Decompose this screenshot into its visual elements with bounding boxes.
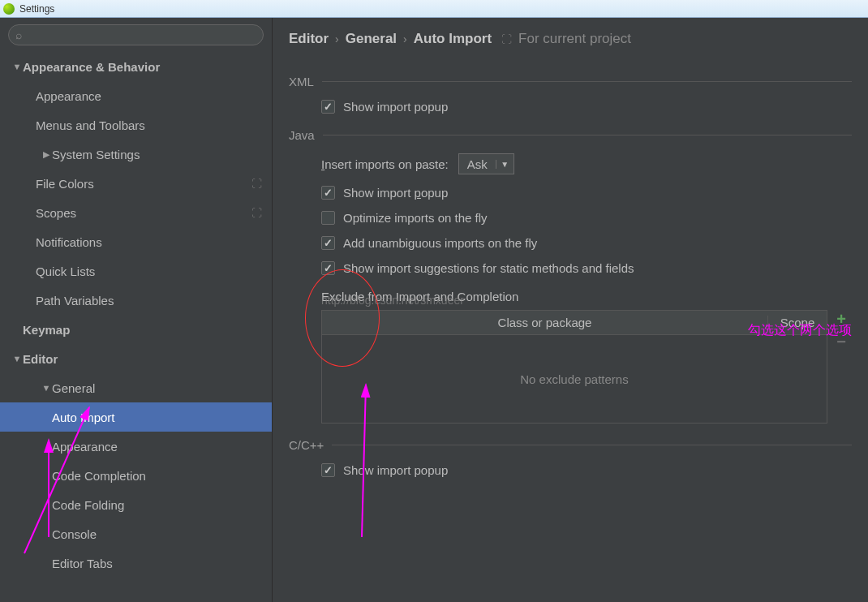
sidebar-item-label: Quick Lists [36, 264, 272, 278]
sidebar-item-label: Appearance [36, 89, 272, 103]
sidebar-item-keymap[interactable]: Keymap [0, 315, 272, 344]
sidebar-item-code-completion[interactable]: Code Completion [0, 461, 272, 490]
ccpp-show-popup-checkbox[interactable] [321, 463, 335, 477]
add-exclude-button[interactable]: + [832, 310, 850, 328]
chevron-right-icon: › [403, 32, 407, 45]
java-show-popup-checkbox[interactable] [321, 186, 335, 200]
breadcrumb-general: General [346, 31, 397, 47]
sidebar-item-label: General [52, 381, 272, 395]
dropdown-arrow-icon: ▼ [496, 160, 513, 169]
java-unambiguous-label: Add unambiguous imports on the fly [343, 236, 537, 250]
project-scope-icon: ⛶ [501, 33, 512, 45]
insert-imports-select[interactable]: Ask ▼ [458, 153, 514, 174]
sidebar-item-label: Console [52, 527, 272, 541]
col-scope-header[interactable]: Scope [768, 316, 827, 329]
xml-show-popup-checkbox[interactable] [321, 100, 335, 114]
window-title: Settings [19, 3, 54, 15]
chevron-down-icon: ▼ [41, 383, 52, 393]
sidebar-item-label: Code Completion [52, 469, 272, 483]
project-scope-icon: ⛶ [251, 178, 262, 190]
sidebar-item-editor-tabs[interactable]: Editor Tabs [0, 548, 272, 578]
sidebar-item-appearance[interactable]: Appearance [0, 432, 272, 461]
sidebar-item-label: Editor [23, 352, 272, 366]
sidebar-item-label: File Colors [36, 177, 251, 191]
java-suggestions-checkbox[interactable] [321, 261, 335, 275]
sidebar-item-label: Path Variables [36, 294, 272, 307]
app-icon [3, 3, 15, 15]
project-scope-label: For current project [518, 31, 631, 47]
chevron-down-icon: ▼ [11, 62, 23, 71]
exclude-title: Exclude from Import and Completion [321, 290, 852, 303]
search-icon: ⌕ [15, 28, 22, 41]
sidebar-item-label: Appearance & Behavior [23, 60, 272, 74]
breadcrumb-autoimport: Auto Import [414, 31, 492, 47]
sidebar-item-auto-import[interactable]: Auto Import [0, 402, 272, 432]
remove-exclude-button[interactable]: − [832, 333, 850, 350]
window-title-bar: Settings [0, 0, 868, 18]
chevron-right-icon: › [335, 32, 339, 45]
sidebar-item-system-settings[interactable]: ▶System Settings [0, 140, 272, 169]
sidebar-item-label: Code Folding [52, 498, 272, 512]
sidebar-item-notifications[interactable]: Notifications [0, 227, 272, 256]
sidebar-item-path-variables[interactable]: Path Variables [0, 286, 272, 315]
sidebar-item-label: Notifications [36, 235, 272, 249]
insert-imports-label: Insert imports on paste: [321, 157, 449, 171]
settings-content: Editor › General › Auto Import ⛶ For cur… [273, 18, 868, 602]
sidebar-item-appearance[interactable]: Appearance [0, 81, 272, 110]
col-class-header[interactable]: Class or package [322, 316, 768, 329]
java-optimize-label: Optimize imports on the fly [343, 211, 488, 225]
settings-tree: ▼Appearance & BehaviorAppearanceMenus an… [0, 52, 272, 578]
sidebar-item-editor[interactable]: ▼Editor [0, 344, 272, 373]
sidebar-item-label: Editor Tabs [52, 557, 272, 570]
sidebar-item-file-colors[interactable]: File Colors⛶ [0, 169, 272, 198]
sidebar-item-code-folding[interactable]: Code Folding [0, 490, 272, 519]
java-show-popup-label: Show import popup [343, 186, 448, 200]
xml-show-popup-label: Show import popup [343, 100, 448, 114]
section-ccpp: C/C++ [289, 438, 852, 452]
project-scope-icon: ⛶ [251, 207, 262, 219]
sidebar-item-appearance-behavior[interactable]: ▼Appearance & Behavior [0, 52, 272, 81]
sidebar-item-general[interactable]: ▼General [0, 373, 272, 402]
section-xml: XML [289, 75, 852, 88]
java-suggestions-label: Show import suggestions for static metho… [343, 261, 634, 275]
sidebar-item-label: Auto Import [52, 411, 272, 424]
sidebar-item-label: Appearance [52, 440, 272, 454]
sidebar-item-scopes[interactable]: Scopes⛶ [0, 198, 272, 227]
sidebar-item-quick-lists[interactable]: Quick Lists [0, 256, 272, 286]
section-java: Java [289, 128, 852, 142]
java-unambiguous-checkbox[interactable] [321, 236, 335, 250]
search-input[interactable] [8, 24, 264, 45]
breadcrumb-editor: Editor [289, 31, 329, 47]
chevron-right-icon: ▶ [41, 149, 52, 160]
sidebar-item-label: Keymap [23, 323, 272, 337]
chevron-down-icon: ▼ [11, 354, 23, 363]
exclude-table: Class or package Scope No exclude patter… [321, 310, 827, 424]
ccpp-show-popup-label: Show import popup [343, 463, 448, 477]
java-optimize-checkbox[interactable] [321, 211, 335, 225]
settings-sidebar: ⌕ ▼Appearance & BehaviorAppearanceMenus … [0, 18, 273, 602]
sidebar-item-label: Menus and Toolbars [36, 118, 272, 132]
sidebar-item-label: Scopes [36, 206, 251, 220]
breadcrumb: Editor › General › Auto Import ⛶ For cur… [289, 18, 852, 60]
sidebar-item-label: System Settings [52, 148, 272, 161]
sidebar-item-console[interactable]: Console [0, 519, 272, 548]
sidebar-item-menus-and-toolbars[interactable]: Menus and Toolbars [0, 110, 272, 140]
exclude-table-empty: No exclude patterns [322, 335, 827, 423]
